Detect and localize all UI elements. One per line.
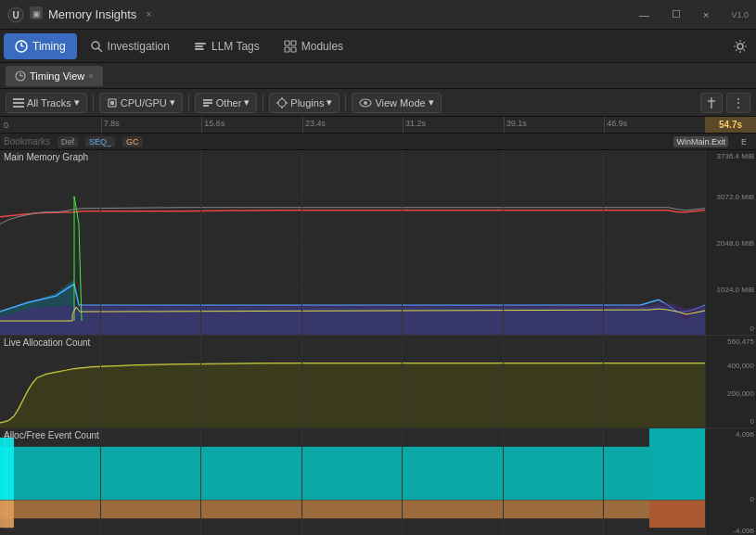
ruler-line-4: 31.2s (403, 117, 404, 133)
title-left: U ▣ Memory Insights × (7, 6, 151, 23)
settings-icon (733, 39, 748, 54)
svg-text:▣: ▣ (32, 9, 41, 19)
ruler-tick-0: 0 (4, 121, 8, 130)
svg-rect-49 (649, 428, 705, 500)
nav-tabs: Timing Investigation LLM Tags Modules (0, 30, 756, 63)
event-count-label: Alloc/Free Event Count (4, 430, 99, 440)
event-y-label-1: 0 (750, 495, 754, 503)
alloc-y-axis: 560,475 400,000 200,000 0 (705, 336, 756, 428)
event-y-label-0: 4,096 (736, 430, 754, 439)
event-count-track: Alloc/Free Event Count (0, 428, 705, 535)
ruler-tick-3: 23.4s (305, 119, 326, 128)
tab-modules[interactable]: Modules (273, 33, 354, 59)
plugins-button[interactable]: Plugins ▾ (269, 93, 340, 113)
memory-y-axis: 3736.4 MiB 3072.0 MiB 2048.0 MiB 1024.0 … (705, 150, 756, 336)
timing-view-tab[interactable]: Timing View × (6, 66, 103, 86)
alloc-count-track: Live Allocation Count (0, 336, 705, 428)
svg-rect-26 (203, 102, 212, 104)
all-tracks-button[interactable]: All Tracks ▾ (6, 93, 87, 113)
llm-tags-icon (194, 40, 207, 53)
grid-line-1 (100, 150, 101, 535)
app-icon: U (7, 6, 24, 23)
timing-icon (15, 40, 28, 53)
toolbar-sep-3 (263, 95, 263, 111)
ruler-line-5: 39.1s (504, 117, 505, 133)
alloc-count-label: Live Allocation Count (4, 338, 90, 348)
cpu-gpu-button[interactable]: CPU/GPU ▾ (99, 93, 183, 113)
bookmark-def[interactable]: Def (58, 136, 78, 147)
svg-line-8 (98, 48, 102, 52)
ruler-tick-4: 31.2s (405, 119, 426, 128)
alloc-y-label-0: 560,475 (727, 338, 754, 346)
alloc-y-label-2: 200,000 (727, 389, 754, 398)
grid-line-6 (603, 150, 604, 535)
svg-point-7 (92, 42, 99, 49)
svg-rect-27 (203, 105, 209, 107)
all-tracks-chevron: ▾ (74, 96, 80, 108)
svg-marker-42 (0, 302, 705, 335)
more-options-button[interactable]: ⋮ (726, 93, 750, 113)
app-title: Memory Insights (48, 7, 136, 21)
toolbar-right: ⋮ (700, 93, 750, 113)
svg-point-34 (364, 101, 367, 105)
mem-y-label-4: 0 (750, 325, 754, 333)
alloc-y-label-3: 0 (750, 417, 754, 426)
svg-rect-20 (13, 98, 24, 100)
grid-line-3 (301, 150, 302, 535)
svg-rect-24 (110, 101, 114, 105)
minimize-button[interactable]: — (635, 7, 653, 22)
view-mode-button[interactable]: View Mode ▾ (352, 93, 441, 113)
settings-button[interactable] (728, 34, 752, 58)
ruler-line-1: 7.8s (101, 117, 102, 133)
e-label: E (741, 137, 747, 146)
pin-button[interactable] (700, 93, 723, 113)
svg-rect-15 (291, 47, 296, 52)
cpu-gpu-chevron: ▾ (170, 96, 175, 108)
tab-timing[interactable]: Timing (4, 33, 77, 59)
svg-rect-14 (285, 47, 289, 52)
alloc-count-svg (0, 336, 705, 427)
svg-rect-48 (0, 447, 649, 501)
plugins-chevron: ▾ (327, 96, 332, 108)
svg-rect-52 (0, 438, 14, 500)
event-y-label-2: -4,096 (733, 527, 754, 535)
tab-llm-tags[interactable]: LLM Tags (183, 33, 271, 59)
other-button[interactable]: Other ▾ (195, 93, 258, 113)
ruler-line-6: 46.9s (604, 117, 605, 133)
ruler-tick-2: 15.6s (204, 119, 224, 128)
svg-rect-53 (0, 500, 14, 528)
svg-rect-25 (203, 99, 212, 101)
ruler-tick-6: 46.9s (607, 119, 627, 128)
svg-rect-50 (0, 500, 649, 518)
title-tab-close[interactable]: × (146, 9, 151, 19)
title-controls: — ☐ × V1.0 (635, 6, 749, 22)
winexit-label: WinMain.Exit (673, 136, 728, 147)
svg-text:U: U (12, 10, 19, 20)
svg-rect-13 (291, 41, 296, 45)
toolbar: All Tracks ▾ CPU/GPU ▾ Other ▾ Plugins ▾… (0, 89, 756, 117)
toolbar-sep-4 (345, 95, 346, 111)
other-chevron: ▾ (244, 96, 250, 108)
memory-graph-label: Main Memory Graph (4, 152, 88, 162)
bookmark-seq[interactable]: SEQ_ (85, 136, 115, 147)
timing-view-tab-close[interactable]: × (88, 71, 93, 81)
event-y-axis: 4,096 0 -4,096 (705, 428, 756, 535)
tab-timing-label: Timing (32, 40, 66, 53)
bookmark-bar: Bookmarks Def SEQ_ GC WinMain.Exit E (0, 134, 756, 150)
clock-icon (15, 70, 26, 82)
event-count-svg (0, 428, 705, 535)
view-mode-chevron: ▾ (429, 96, 434, 108)
modules-icon (284, 40, 297, 53)
ruler-line-3: 23.4s (302, 117, 303, 133)
svg-rect-10 (195, 45, 203, 47)
grid-line-5 (503, 150, 504, 535)
svg-point-16 (737, 44, 743, 49)
mem-y-label-2: 2048.0 MiB (717, 239, 754, 248)
maximize-button[interactable]: ☐ (668, 6, 685, 22)
bookmark-gc[interactable]: GC (122, 136, 143, 147)
window-icon-logo: ▣ (30, 6, 43, 22)
tab-investigation[interactable]: Investigation (79, 33, 181, 59)
cpu-icon (107, 97, 118, 108)
close-button[interactable]: × (699, 7, 712, 22)
chart-area: Main Memory Graph (0, 150, 756, 535)
